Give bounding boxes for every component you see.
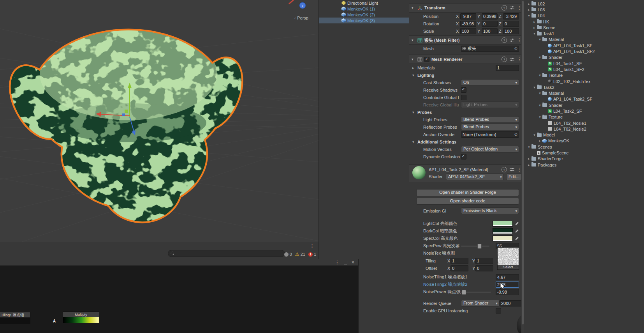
project-item[interactable]: ▸ HK bbox=[524, 19, 644, 25]
position-x-field[interactable]: -9.87 bbox=[460, 13, 476, 19]
foldout-icon[interactable]: ▸ bbox=[537, 139, 542, 143]
component-enabled-checkbox[interactable] bbox=[424, 57, 429, 62]
mesh-object-field[interactable]: 猴头 ⊙ bbox=[461, 46, 519, 52]
edit-shader-button[interactable]: Edit... bbox=[506, 174, 522, 180]
project-item[interactable]: AP1_L04_Task2_SF bbox=[524, 96, 644, 102]
foldout-icon[interactable]: ▸ bbox=[526, 163, 531, 167]
project-item[interactable]: L04_Task2_SF bbox=[524, 108, 644, 114]
foldout-icon[interactable]: ▾ bbox=[526, 14, 531, 18]
panel-menu-icon[interactable]: ⋮ bbox=[310, 243, 315, 248]
speccol-swatch[interactable] bbox=[493, 236, 513, 241]
position-z-field[interactable]: -3.429 bbox=[503, 13, 519, 19]
texture-select-button[interactable]: Select bbox=[498, 265, 519, 269]
foldout-icon[interactable]: ▾ bbox=[537, 91, 542, 95]
project-item[interactable]: AP1_L04_Task1_SF bbox=[524, 43, 644, 48]
project-item[interactable]: ▾ Texture bbox=[524, 114, 644, 120]
console-info-badge[interactable]: 0 bbox=[284, 252, 292, 257]
additional-settings-foldout[interactable]: ▾ Additional Settings bbox=[409, 138, 524, 145]
specpow-slider[interactable] bbox=[461, 243, 489, 248]
materials-count-field[interactable]: 1 bbox=[496, 65, 519, 71]
foldout-icon[interactable]: ▸ bbox=[532, 26, 537, 30]
offset-y-field[interactable]: 0 bbox=[475, 265, 493, 271]
mesh-renderer-header[interactable]: ▾ Mesh Renderer ? ⋮ bbox=[409, 55, 524, 64]
eyedropper-icon[interactable] bbox=[515, 229, 519, 233]
foldout-icon[interactable]: ▸ bbox=[526, 2, 531, 6]
rotation-z-field[interactable]: 0 bbox=[503, 21, 519, 27]
project-item[interactable]: ▸ Packages bbox=[524, 162, 644, 168]
scale-z-field[interactable]: 100 bbox=[503, 28, 519, 34]
mesh-filter-header[interactable]: ▾ 猴头 (Mesh Filter) ? ⋮ bbox=[409, 35, 524, 45]
maximize-icon[interactable] bbox=[344, 261, 347, 264]
hierarchy-item[interactable]: MonkeyOK (2) bbox=[319, 12, 409, 18]
property-node[interactable]: Tiling1 噪点缩 bbox=[0, 312, 30, 324]
presets-icon[interactable] bbox=[510, 168, 514, 172]
scene-view[interactable]: z ‹ Persp bbox=[0, 0, 318, 242]
lighting-foldout[interactable]: ▾ Lighting bbox=[409, 71, 524, 79]
foldout-icon[interactable]: ▾ bbox=[526, 145, 531, 149]
view-gizmo-label[interactable]: ‹ Persp bbox=[294, 16, 308, 20]
foldout-icon[interactable]: ▸ bbox=[532, 20, 537, 24]
project-item[interactable]: L04_T02_Nosie1 bbox=[524, 120, 644, 126]
eyedropper-icon[interactable] bbox=[515, 236, 519, 241]
window-menu-icon[interactable]: ⋮ bbox=[335, 260, 340, 265]
open-shader-forge-button[interactable]: Open shader in Shader Forge bbox=[416, 189, 519, 196]
position-y-field[interactable]: 0.3998 bbox=[482, 13, 498, 19]
project-item[interactable]: L04_T02_Nosie2 bbox=[524, 126, 644, 132]
help-icon[interactable]: ? bbox=[501, 167, 507, 172]
foldout-icon[interactable]: ▸ bbox=[526, 8, 531, 12]
console-error-badge[interactable]: ! 1 bbox=[308, 252, 316, 257]
project-item[interactable]: ▸ ShaderForge bbox=[524, 156, 644, 162]
transform-header[interactable]: ▾ Transform ? ⋮ bbox=[409, 3, 524, 12]
project-item[interactable]: ▾ Task1 bbox=[524, 30, 644, 36]
lightcol-swatch[interactable] bbox=[493, 221, 513, 227]
foldout-icon[interactable]: ▾ bbox=[537, 73, 542, 77]
foldout-icon[interactable]: ▾ bbox=[537, 103, 542, 107]
nosietex-thumbnail[interactable]: Select bbox=[497, 247, 519, 270]
project-item[interactable]: ▸ MonkeyOK bbox=[524, 138, 644, 144]
foldout-icon[interactable]: ▸ bbox=[526, 157, 531, 161]
project-item[interactable]: ▾ L04 bbox=[524, 13, 644, 19]
help-icon[interactable]: ? bbox=[501, 5, 507, 11]
project-item[interactable]: L02_T02_HatchTex bbox=[524, 78, 644, 84]
receive-shadows-checkbox[interactable] bbox=[461, 87, 466, 93]
search-input[interactable] bbox=[168, 250, 285, 257]
project-item[interactable]: SampleScene bbox=[524, 150, 644, 156]
materials-foldout[interactable]: ▸ Materials 1 bbox=[409, 64, 524, 71]
material-header[interactable]: AP1_L04_Task 2_SF (Material) ? ⋮ bbox=[409, 164, 524, 182]
project-item[interactable]: ▸ L03 bbox=[524, 7, 644, 12]
close-icon[interactable]: × bbox=[352, 260, 354, 265]
tiling-y-field[interactable]: 1 bbox=[475, 258, 493, 264]
noisepower-slider[interactable] bbox=[461, 289, 491, 294]
dynamic-occlusion-checkbox[interactable] bbox=[461, 154, 466, 159]
foldout-icon[interactable]: ▾ bbox=[412, 140, 416, 144]
foldout-icon[interactable]: ▾ bbox=[537, 37, 542, 41]
presets-icon[interactable] bbox=[510, 57, 514, 61]
open-shader-code-button[interactable]: Open shader code bbox=[416, 198, 519, 205]
foldout-icon[interactable]: ▾ bbox=[412, 73, 416, 77]
motion-vectors-dropdown[interactable]: Per Object Motion bbox=[461, 146, 519, 152]
noisepower-field[interactable]: -0.98 bbox=[496, 289, 519, 295]
project-item[interactable]: L04_Task1_SF bbox=[524, 60, 644, 66]
object-picker-icon[interactable]: ⊙ bbox=[514, 46, 517, 51]
foldout-icon[interactable]: ▾ bbox=[412, 38, 415, 42]
foldout-icon[interactable]: ▾ bbox=[412, 6, 415, 10]
project-item[interactable]: ▸ Scene bbox=[524, 25, 644, 30]
scale-x-field[interactable]: 100 bbox=[460, 28, 476, 34]
offset-x-field[interactable]: 0 bbox=[450, 265, 468, 271]
project-item[interactable]: ▾ Material bbox=[524, 37, 644, 43]
hierarchy-item[interactable]: MonkeyOK (3) bbox=[319, 18, 409, 23]
hierarchy-item[interactable]: MonkeyOK (1) bbox=[319, 6, 409, 12]
project-item[interactable]: ▾ Model bbox=[524, 132, 644, 138]
object-picker-icon[interactable]: ⊙ bbox=[514, 132, 517, 136]
foldout-icon[interactable]: ▾ bbox=[532, 85, 537, 89]
foldout-icon[interactable]: ▾ bbox=[532, 133, 537, 137]
noisetiling1-field[interactable]: 4.67 bbox=[496, 274, 519, 280]
contribute-gi-checkbox[interactable] bbox=[461, 95, 466, 100]
noisetiling2-field[interactable]: 2.98 bbox=[496, 282, 519, 288]
presets-icon[interactable] bbox=[510, 6, 514, 10]
probes-foldout[interactable]: ▾ Probes bbox=[409, 108, 524, 116]
help-icon[interactable]: ? bbox=[501, 57, 507, 62]
project-item[interactable]: L04_Task1_SF2 bbox=[524, 66, 644, 72]
reflection-probes-dropdown[interactable]: Blend Probes bbox=[461, 124, 519, 130]
render-queue-dropdown[interactable]: From Shader bbox=[461, 300, 500, 306]
